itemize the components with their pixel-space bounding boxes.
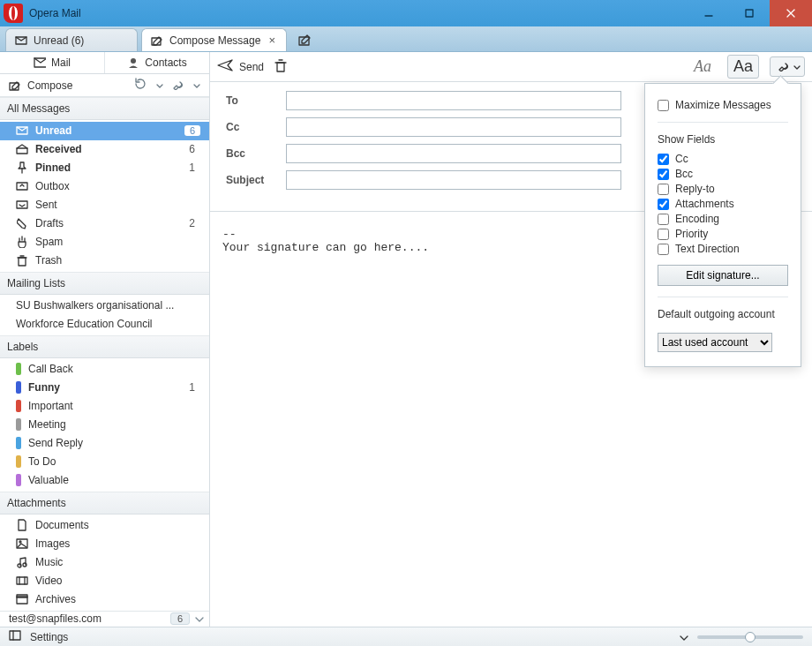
att-label: Archives [35, 593, 200, 605]
edit-signature-button[interactable]: Edit signature... [658, 265, 788, 286]
attachment-type-item[interactable]: Documents [0, 516, 209, 535]
send-button[interactable]: Send [217, 59, 264, 74]
contacts-icon [127, 56, 139, 69]
attachments-checkbox[interactable] [658, 199, 669, 210]
folder-count: 2 [189, 217, 200, 229]
folder-outbox[interactable]: Outbox [0, 177, 209, 196]
label-count: 1 [189, 381, 200, 394]
folder-spam[interactable]: Spam [0, 233, 209, 252]
chevron-down-icon[interactable] [193, 79, 200, 92]
attachment-type-item[interactable]: Video [0, 572, 209, 590]
category-labels[interactable]: Labels [0, 335, 209, 358]
send-label: Send [239, 61, 264, 73]
chevron-down-icon[interactable] [680, 631, 688, 643]
folder-label: Spam [35, 236, 200, 248]
category-attachments[interactable]: Attachments [0, 492, 209, 515]
mailing-list-item[interactable]: Workforce Education Council [0, 315, 209, 334]
encoding-checkbox[interactable] [658, 214, 669, 225]
sidebar-tab-mail[interactable]: Mail [0, 52, 104, 73]
maximize-messages-option[interactable]: Maximize Messages [658, 99, 788, 111]
music-icon [16, 556, 28, 568]
label-item[interactable]: Valuable [0, 471, 209, 490]
bcc-checkbox[interactable] [658, 169, 669, 180]
trash-icon [16, 254, 28, 267]
label-text: Send Reply [28, 437, 200, 449]
show-priority-option[interactable]: Priority [658, 228, 788, 240]
svg-rect-14 [17, 201, 27, 208]
refresh-icon[interactable] [133, 78, 147, 93]
compose-settings-popup: Maximize Messages Show Fields Cc Bcc Rep… [644, 83, 801, 367]
show-textdir-option[interactable]: Text Direction [658, 243, 788, 255]
show-attachments-option[interactable]: Attachments [658, 198, 788, 210]
close-button[interactable] [770, 0, 812, 26]
folder-trash[interactable]: Trash [0, 252, 209, 270]
label-text: Important [28, 400, 200, 412]
replyto-checkbox[interactable] [658, 184, 669, 195]
category-all-messages[interactable]: All Messages [0, 97, 209, 120]
wrench-icon[interactable] [172, 78, 184, 93]
pin-icon [16, 162, 28, 174]
font-style-sans-button[interactable]: Aa [727, 55, 759, 79]
category-mailing-lists[interactable]: Mailing Lists [0, 272, 209, 295]
bcc-input[interactable] [286, 144, 621, 163]
tab-compose[interactable]: Compose Message × [141, 28, 287, 51]
maximize-checkbox[interactable] [658, 100, 669, 111]
folder-sent[interactable]: Sent [0, 196, 209, 214]
default-account-heading: Default outgoing account [658, 308, 788, 320]
priority-checkbox[interactable] [658, 229, 669, 240]
trash-button[interactable] [274, 58, 287, 75]
image-icon [16, 538, 28, 549]
label-text: Call Back [28, 363, 200, 375]
cc-checkbox[interactable] [658, 154, 669, 165]
settings-link[interactable]: Settings [30, 631, 68, 643]
show-replyto-option[interactable]: Reply-to [658, 183, 788, 195]
maximize-button[interactable] [729, 0, 770, 26]
font-style-serif-button[interactable]: Aa [688, 56, 717, 78]
attachment-type-item[interactable]: Archives [0, 590, 209, 609]
cc-input[interactable] [286, 117, 621, 137]
compose-area: Send Aa Aa To Cc Bcc Subject -- Your sig… [210, 52, 812, 627]
new-compose-button[interactable] [294, 28, 317, 51]
default-account-select[interactable]: Last used account [658, 333, 772, 352]
maximize-label: Maximize Messages [675, 99, 771, 111]
zoom-slider[interactable] [697, 635, 803, 639]
tab-unread[interactable]: Unread (6) [5, 28, 138, 51]
label-text: Funny [28, 381, 182, 394]
account-row[interactable]: test@snapfiles.com 6 [0, 611, 209, 627]
attachment-type-item[interactable]: Images [0, 535, 209, 553]
minimize-button[interactable] [688, 0, 729, 26]
label-item[interactable]: Important [0, 397, 209, 416]
folder-pinned[interactable]: Pinned 1 [0, 159, 209, 177]
show-cc-option[interactable]: Cc [658, 153, 788, 165]
textdir-checkbox[interactable] [658, 244, 669, 255]
att-label: Music [35, 556, 200, 568]
folder-drafts[interactable]: Drafts 2 [0, 214, 209, 233]
list-label: SU Bushwalkers organisational ... [16, 299, 200, 312]
label-item[interactable]: Funny1 [0, 379, 209, 397]
compose-label: Compose [27, 79, 72, 92]
folder-label: Sent [35, 199, 200, 211]
attachment-type-item[interactable]: Music [0, 553, 209, 572]
compose-button[interactable]: Compose [9, 79, 133, 92]
show-bcc-option[interactable]: Bcc [658, 168, 788, 180]
label-item[interactable]: Meeting [0, 416, 209, 434]
compose-settings-button[interactable] [770, 56, 805, 77]
subject-input[interactable] [286, 170, 621, 190]
cc-label: Cc [226, 121, 286, 133]
chevron-down-icon[interactable] [156, 79, 163, 92]
mailing-list-item[interactable]: SU Bushwalkers organisational ... [0, 297, 209, 315]
folder-unread[interactable]: Unread 6 [0, 122, 209, 140]
svg-rect-22 [17, 577, 27, 584]
bcc-label: Bcc [226, 147, 286, 160]
folder-received[interactable]: Received 6 [0, 140, 209, 159]
tab-close-button[interactable]: × [267, 34, 277, 46]
label-item[interactable]: To Do [0, 453, 209, 471]
mail-open-icon [16, 144, 28, 154]
window-title: Opera Mail [29, 7, 81, 19]
to-input[interactable] [286, 91, 621, 110]
label-item[interactable]: Send Reply [0, 434, 209, 453]
sidebar-tab-contacts[interactable]: Contacts [104, 52, 209, 73]
show-encoding-option[interactable]: Encoding [658, 213, 788, 225]
label-item[interactable]: Call Back [0, 360, 209, 379]
panel-toggle-icon[interactable] [9, 630, 21, 643]
